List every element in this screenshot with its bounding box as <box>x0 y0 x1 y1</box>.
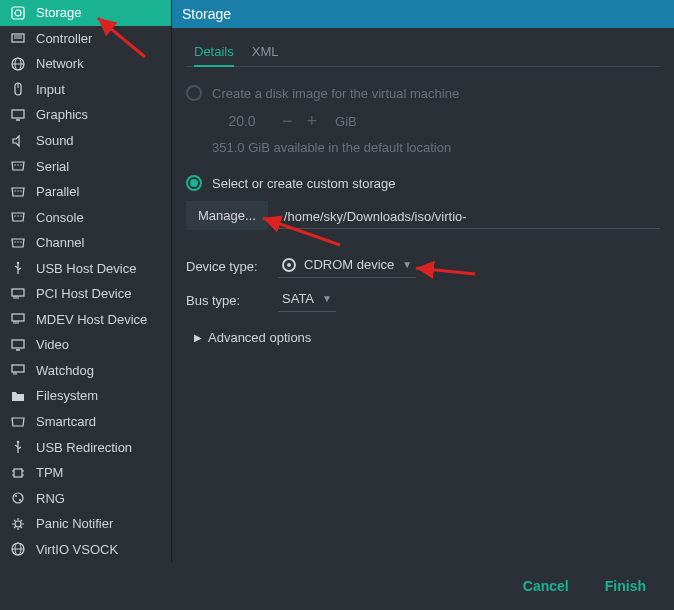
serial-icon <box>10 158 26 174</box>
chevron-right-icon: ▶ <box>194 332 202 343</box>
sidebar-item-label: Parallel <box>36 184 79 199</box>
option-create-disk[interactable]: Create a disk image for the virtual mach… <box>186 85 660 101</box>
gear-icon <box>10 516 26 532</box>
sidebar-item-watchdog[interactable]: Watchdog <box>0 358 171 384</box>
sidebar-item-usb-host[interactable]: USB Host Device <box>0 255 171 281</box>
sidebar-item-channel[interactable]: Channel <box>0 230 171 256</box>
sidebar-item-pci-host[interactable]: PCI Host Device <box>0 281 171 307</box>
sidebar-item-storage[interactable]: Storage <box>0 0 171 26</box>
advanced-options-toggle[interactable]: ▶ Advanced options <box>194 330 660 345</box>
folder-icon <box>10 388 26 404</box>
disk-icon <box>10 5 26 21</box>
svg-point-46 <box>13 493 23 503</box>
sidebar-item-label: Console <box>36 210 84 225</box>
device-type-value: CDROM device <box>304 257 394 272</box>
sidebar-item-panic[interactable]: Panic Notifier <box>0 511 171 537</box>
chevron-down-icon: ▼ <box>322 293 332 304</box>
usb-icon <box>10 260 26 276</box>
sidebar-item-graphics[interactable]: Graphics <box>0 102 171 128</box>
advanced-label: Advanced options <box>208 330 311 345</box>
sidebar-item-label: Input <box>36 82 65 97</box>
svg-point-19 <box>17 215 18 216</box>
svg-point-40 <box>17 441 19 443</box>
storage-path-input[interactable] <box>274 203 660 229</box>
sidebar-item-label: Network <box>36 56 84 71</box>
sidebar-item-rng[interactable]: RNG <box>0 485 171 511</box>
svg-rect-41 <box>14 469 22 477</box>
radio-icon <box>186 85 202 101</box>
smartcard-icon <box>10 414 26 430</box>
size-unit: GiB <box>335 114 357 129</box>
option-label: Create a disk image for the virtual mach… <box>212 86 459 101</box>
tabs: Details XML <box>186 40 660 67</box>
sidebar-item-mdev-host[interactable]: MDEV Host Device <box>0 307 171 333</box>
manage-button[interactable]: Manage... <box>186 201 268 230</box>
sidebar: Storage Controller Network Input Graphic… <box>0 0 172 562</box>
svg-point-16 <box>17 190 18 191</box>
sidebar-item-label: RNG <box>36 491 65 506</box>
sidebar-item-usb-redir[interactable]: USB Redirection <box>0 434 171 460</box>
panel-title: Storage <box>172 0 674 28</box>
plus-icon: + <box>307 111 318 132</box>
tab-details[interactable]: Details <box>194 40 234 67</box>
svg-rect-36 <box>12 365 24 372</box>
option-label: Select or create custom storage <box>212 176 396 191</box>
tab-xml[interactable]: XML <box>252 40 279 67</box>
sidebar-item-label: Serial <box>36 159 69 174</box>
sidebar-item-label: Graphics <box>36 107 88 122</box>
chevron-down-icon: ▼ <box>402 259 412 270</box>
option-custom-storage[interactable]: Select or create custom storage <box>186 175 660 191</box>
sidebar-item-label: Panic Notifier <box>36 516 113 531</box>
minus-icon: − <box>282 111 293 132</box>
svg-rect-34 <box>12 340 24 348</box>
watchdog-icon <box>10 362 26 378</box>
sidebar-item-label: TPM <box>36 465 63 480</box>
sidebar-item-smartcard[interactable]: Smartcard <box>0 409 171 435</box>
sidebar-item-label: VirtIO VSOCK <box>36 542 118 557</box>
bus-type-select[interactable]: SATA ▼ <box>278 288 336 312</box>
sidebar-item-tpm[interactable]: TPM <box>0 460 171 486</box>
sidebar-item-console[interactable]: Console <box>0 204 171 230</box>
sidebar-item-label: Filesystem <box>36 388 98 403</box>
device-type-select[interactable]: CDROM device ▼ <box>278 254 416 278</box>
pci-icon <box>10 286 26 302</box>
sidebar-item-label: Controller <box>36 31 92 46</box>
network-icon <box>10 56 26 72</box>
sidebar-item-label: Smartcard <box>36 414 96 429</box>
svg-point-15 <box>14 190 15 191</box>
sidebar-item-video[interactable]: Video <box>0 332 171 358</box>
sidebar-item-parallel[interactable]: Parallel <box>0 179 171 205</box>
svg-point-23 <box>20 241 21 242</box>
sidebar-item-controller[interactable]: Controller <box>0 26 171 52</box>
device-type-label: Device type: <box>186 259 266 274</box>
bus-type-label: Bus type: <box>186 293 266 308</box>
sidebar-item-input[interactable]: Input <box>0 77 171 103</box>
sidebar-item-sound[interactable]: Sound <box>0 128 171 154</box>
content-pane: Storage Details XML Create a disk image … <box>172 0 674 562</box>
parallel-icon <box>10 184 26 200</box>
sidebar-item-label: PCI Host Device <box>36 286 131 301</box>
sidebar-item-label: USB Host Device <box>36 261 136 276</box>
sidebar-item-label: Sound <box>36 133 74 148</box>
sidebar-item-network[interactable]: Network <box>0 51 171 77</box>
sidebar-item-serial[interactable]: Serial <box>0 153 171 179</box>
tpm-icon <box>10 465 26 481</box>
svg-point-12 <box>14 164 15 165</box>
cancel-button[interactable]: Cancel <box>523 578 569 594</box>
sidebar-item-vsock[interactable]: VirtIO VSOCK <box>0 536 171 562</box>
svg-point-21 <box>14 241 15 242</box>
sidebar-item-filesystem[interactable]: Filesystem <box>0 383 171 409</box>
available-text: 351.0 GiB available in the default locat… <box>212 140 660 155</box>
vsock-icon <box>10 541 26 557</box>
svg-point-14 <box>20 164 21 165</box>
dialog-footer: Cancel Finish <box>0 562 674 610</box>
svg-point-25 <box>17 262 19 264</box>
finish-button[interactable]: Finish <box>605 578 646 594</box>
sidebar-item-label: USB Redirection <box>36 440 132 455</box>
radio-icon <box>186 175 202 191</box>
display-icon <box>10 107 26 123</box>
disk-size-input <box>212 113 272 130</box>
bus-type-value: SATA <box>282 291 314 306</box>
svg-point-20 <box>20 215 21 216</box>
video-icon <box>10 337 26 353</box>
